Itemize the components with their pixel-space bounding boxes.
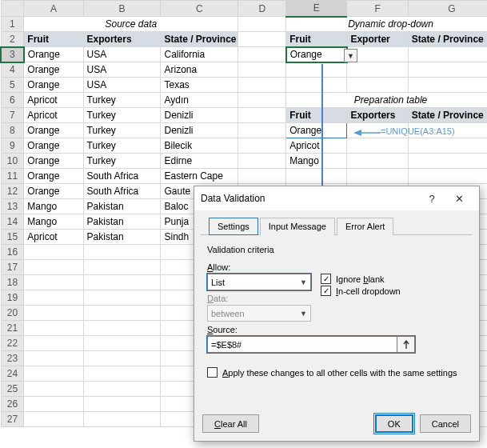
cell-C2[interactable]: State / Province (161, 32, 238, 47)
row-header-12[interactable]: 12 (1, 184, 24, 199)
cell-E9[interactable]: Apricot (286, 138, 347, 154)
row-header-17[interactable]: 17 (1, 260, 24, 275)
ok-button[interactable]: OK (375, 414, 413, 433)
cell-A2[interactable]: Fruit (24, 32, 83, 47)
cell-G11[interactable] (408, 169, 487, 184)
cell-A4[interactable]: Orange (24, 62, 83, 78)
row-header-26[interactable]: 26 (1, 397, 24, 412)
cell-B17[interactable] (83, 260, 161, 275)
cell-B25[interactable] (83, 382, 161, 397)
cell-C6[interactable]: Aydın (161, 93, 238, 108)
cell-A21[interactable] (24, 321, 83, 336)
source-input[interactable] (207, 336, 397, 353)
cell-F11[interactable] (347, 169, 408, 184)
incell-dropdown-checkbox[interactable]: ✓ In-cell dropdown (321, 286, 401, 296)
cell-C7[interactable]: Denizli (161, 108, 238, 123)
cell-E10[interactable]: Mango (286, 154, 347, 169)
cell-C9[interactable]: Bilecik (161, 138, 238, 154)
row-header-4[interactable]: 4 (1, 62, 24, 78)
cell-B2[interactable]: Exporters (83, 32, 161, 47)
apply-all-checkbox[interactable]: Apply these changes to all other cells w… (207, 367, 466, 378)
cell-E7[interactable]: Fruit (286, 108, 347, 123)
col-header-A[interactable]: A (24, 1, 83, 17)
cell-B27[interactable] (83, 412, 161, 427)
cell-B24[interactable] (83, 366, 161, 382)
row-header-21[interactable]: 21 (1, 321, 24, 336)
cell-A15[interactable]: Apricot (24, 230, 83, 245)
allow-combo[interactable]: List ▼ (207, 274, 311, 290)
cell-B12[interactable]: South Africa (83, 184, 161, 199)
cell-D9[interactable] (238, 138, 286, 154)
row-header-16[interactable]: 16 (1, 245, 24, 260)
cell-D4[interactable] (238, 62, 286, 78)
cell-B8[interactable]: Turkey (83, 123, 161, 138)
row-header-19[interactable]: 19 (1, 290, 24, 306)
dialog-help-button[interactable]: ? (418, 189, 445, 208)
cell-D3[interactable] (238, 47, 286, 62)
cell-A17[interactable] (24, 260, 83, 275)
cell-D2[interactable] (238, 32, 286, 47)
cell-B4[interactable]: USA (83, 62, 161, 78)
col-header-E[interactable]: E (286, 1, 347, 17)
cell-G10[interactable] (408, 154, 487, 169)
cell-D8[interactable] (238, 123, 286, 138)
row-header-18[interactable]: 18 (1, 275, 24, 290)
cell-G7[interactable]: State / Province (408, 108, 487, 123)
cell-D1[interactable] (238, 17, 286, 32)
row-header-25[interactable]: 25 (1, 382, 24, 397)
row-header-20[interactable]: 20 (1, 306, 24, 321)
row-header-13[interactable]: 13 (1, 199, 24, 214)
range-selector-button[interactable] (397, 336, 415, 353)
cell-B10[interactable]: Turkey (83, 154, 161, 169)
cell-C11[interactable]: Eastern Cape (161, 169, 238, 184)
cell-E5[interactable] (286, 78, 347, 93)
row-header-15[interactable]: 15 (1, 230, 24, 245)
cell-B5[interactable]: USA (83, 78, 161, 93)
ignore-blank-checkbox[interactable]: ✓ Ignore blank (321, 274, 401, 284)
cell-A14[interactable]: Mango (24, 214, 83, 230)
cell-C8[interactable]: Denizli (161, 123, 238, 138)
cell-A6[interactable]: Apricot (24, 93, 83, 108)
row-header-27[interactable]: 27 (1, 412, 24, 427)
cancel-button[interactable]: Cancel (420, 414, 471, 433)
row-header-2[interactable]: 2 (1, 32, 24, 47)
cell-B26[interactable] (83, 397, 161, 412)
dynamic-dropdown-title[interactable]: Dynamic drop-down (286, 17, 487, 32)
cell-A11[interactable]: Orange (24, 169, 83, 184)
select-all[interactable] (1, 1, 24, 17)
col-header-F[interactable]: F (347, 1, 408, 17)
cell-B6[interactable]: Turkey (83, 93, 161, 108)
row-header-9[interactable]: 9 (1, 138, 24, 154)
cell-A13[interactable]: Mango (24, 199, 83, 214)
cell-E2[interactable]: Fruit (286, 32, 347, 47)
cell-A19[interactable] (24, 290, 83, 306)
cell-G3[interactable] (408, 47, 487, 62)
cell-B13[interactable]: Pakistan (83, 199, 161, 214)
cell-C10[interactable]: Edirne (161, 154, 238, 169)
cell-F4[interactable] (347, 62, 408, 78)
cell-B7[interactable]: Turkey (83, 108, 161, 123)
row-header-14[interactable]: 14 (1, 214, 24, 230)
cell-E8[interactable]: Orange (286, 123, 347, 138)
cell-D10[interactable] (238, 154, 286, 169)
cell-A5[interactable]: Orange (24, 78, 83, 93)
cell-B19[interactable] (83, 290, 161, 306)
row-header-10[interactable]: 10 (1, 154, 24, 169)
col-header-G[interactable]: G (408, 1, 487, 17)
cell-D5[interactable] (238, 78, 286, 93)
cell-G4[interactable] (408, 62, 487, 78)
row-header-23[interactable]: 23 (1, 351, 24, 366)
row-header-24[interactable]: 24 (1, 366, 24, 382)
preparation-table-title[interactable]: Preparation table (286, 93, 487, 108)
row-header-3[interactable]: 3 (1, 47, 24, 62)
tab-input-message[interactable]: Input Message (260, 218, 335, 235)
cell-F7[interactable]: Exporters (347, 108, 408, 123)
cell-B16[interactable] (83, 245, 161, 260)
cell-D7[interactable] (238, 108, 286, 123)
cell-B23[interactable] (83, 351, 161, 366)
cell-B11[interactable]: South Africa (83, 169, 161, 184)
row-header-22[interactable]: 22 (1, 336, 24, 351)
cell-A10[interactable]: Orange (24, 154, 83, 169)
row-header-8[interactable]: 8 (1, 123, 24, 138)
source-data-title[interactable]: Source data (24, 17, 238, 32)
